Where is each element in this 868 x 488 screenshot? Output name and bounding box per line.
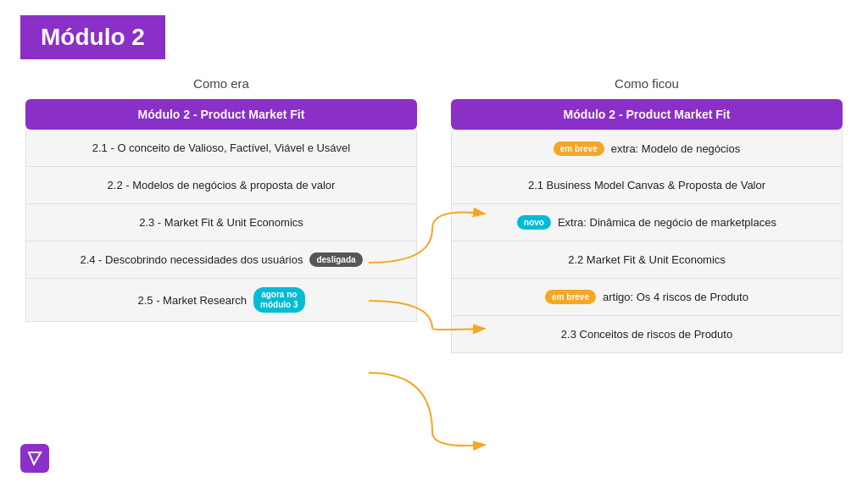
left-list-item-text: 2.1 - O conceito de Valioso, Factível, V… (92, 141, 350, 154)
left-list-item: 2.3 - Market Fit & Unit Economics (26, 204, 416, 241)
right-list-item-text: Extra: Dinâmica de negócio de marketplac… (558, 216, 776, 229)
left-list-item-text: 2.4 - Descobrindo necessidades dos usuár… (80, 253, 303, 266)
right-panel: Como ficou Módulo 2 - Product Market Fit… (434, 76, 843, 353)
right-list: em breveextra: Modelo de negócios2.1 Bus… (451, 130, 843, 353)
left-list-item-text: 2.5 - Market Research (137, 294, 247, 307)
left-list-item: 2.2 - Modelos de negócios & proposta de … (26, 167, 416, 204)
page-header: Módulo 2 (20, 15, 165, 59)
badge: agora nomódulo 3 (253, 287, 304, 313)
left-list-item: 2.1 - O conceito de Valioso, Factível, V… (26, 130, 416, 167)
left-module-header: Módulo 2 - Product Market Fit (25, 99, 417, 130)
logo-box (20, 444, 49, 473)
left-panel: Como era Módulo 2 - Product Market Fit 2… (25, 76, 434, 353)
left-list-item-text: 2.3 - Market Fit & Unit Economics (139, 216, 303, 229)
left-list-item: 2.4 - Descobrindo necessidades dos usuár… (26, 241, 416, 279)
right-panel-title: Como ficou (615, 76, 679, 91)
left-panel-title: Como era (193, 76, 249, 91)
page-title: Módulo 2 (41, 24, 145, 51)
right-list-item-text: extra: Modelo de negócios (611, 142, 740, 155)
right-list-item-text: 2.3 Conceitos de riscos de Produto (561, 328, 732, 341)
left-list: 2.1 - O conceito de Valioso, Factível, V… (25, 130, 417, 322)
right-module-header: Módulo 2 - Product Market Fit (451, 99, 843, 130)
right-list-item: em breveartigo: Os 4 riscos de Produto (451, 279, 843, 316)
right-list-item: 2.3 Conceitos de riscos de Produto (451, 316, 843, 353)
badge-em-breve: em breve (545, 290, 596, 304)
logo-area (20, 444, 49, 473)
right-list-item: em breveextra: Modelo de negócios (451, 130, 843, 167)
right-list-item: 2.1 Business Model Canvas & Proposta de … (451, 167, 843, 204)
badge-novo: novo (517, 215, 551, 230)
badge-em-breve: em breve (554, 141, 604, 156)
right-list-item-text: 2.1 Business Model Canvas & Proposta de … (528, 179, 765, 191)
logo-icon (25, 449, 44, 468)
right-list-item-text: 2.2 Market Fit & Unit Economics (568, 253, 726, 266)
main-content: Como era Módulo 2 - Product Market Fit 2… (0, 68, 868, 362)
badge: desligada (309, 252, 362, 267)
left-list-item-text: 2.2 - Modelos de negócios & proposta de … (108, 179, 336, 191)
right-list-item-text: artigo: Os 4 riscos de Produto (603, 291, 748, 303)
right-list-item: novoExtra: Dinâmica de negócio de market… (451, 204, 843, 241)
left-list-item: 2.5 - Market Researchagora nomódulo 3 (26, 279, 416, 321)
right-list-item: 2.2 Market Fit & Unit Economics (451, 241, 843, 279)
